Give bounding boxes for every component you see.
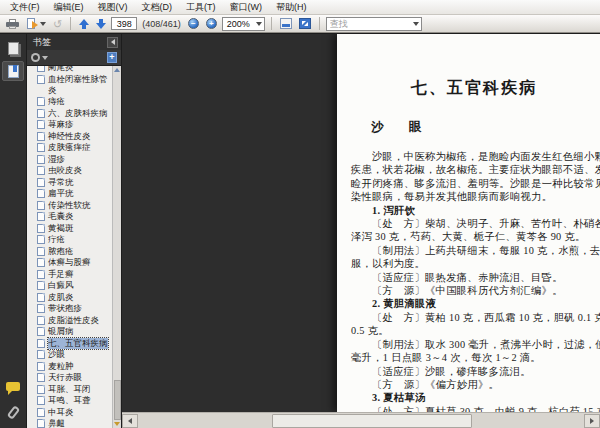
section-heading: 沙 眼 (371, 119, 600, 136)
bookmark-page-icon (37, 304, 45, 313)
zoom-out-button[interactable]: − (186, 16, 201, 31)
bookmark-label: 血栓闭塞性脉管炎 (48, 74, 111, 96)
collapse-panel-button[interactable] (107, 37, 118, 48)
scroll-right-button[interactable] (584, 414, 600, 428)
horizontal-scroll-track[interactable] (138, 414, 584, 428)
fit-width-button[interactable] (278, 16, 294, 31)
bookmark-label: 白癜风 (48, 280, 74, 291)
bookmark-page-icon (37, 270, 45, 279)
bookmark-item[interactable]: 黄褐斑 (27, 223, 112, 234)
bookmark-item[interactable]: 扁平疣 (27, 188, 112, 199)
bookmark-page-icon (37, 120, 45, 129)
bookmark-item[interactable]: 痔疮 (27, 96, 112, 107)
bookmark-item[interactable]: 皮肌炎 (27, 292, 112, 303)
attachments-panel-button[interactable] (2, 402, 24, 422)
bookmark-item[interactable]: 天行赤眼 (27, 372, 112, 383)
bookmark-label: 寻常疣 (48, 177, 74, 188)
bookmark-item[interactable]: 皮脂溢性皮炎 (27, 315, 112, 326)
search-input[interactable] (327, 19, 411, 29)
bookmark-item[interactable]: 七、五官科疾病 (27, 338, 112, 349)
menu-item[interactable]: 视图(V) (91, 0, 135, 14)
scroll-down-icon[interactable] (114, 422, 120, 426)
bookmark-item[interactable]: 虫咬皮炎 (27, 165, 112, 176)
bookmark-item[interactable]: 传染性软疣 (27, 200, 112, 211)
bookmark-item[interactable]: 耳胀、耳闭 (27, 384, 112, 395)
bookmark-item[interactable]: 神经性皮炎 (27, 131, 112, 142)
bookmark-item[interactable]: 体癣与股癣 (27, 257, 112, 268)
bookmark-item[interactable]: 手足癣 (27, 269, 112, 280)
zoom-level-select[interactable]: 200% (222, 17, 265, 31)
text-line: 泽泻 30 克，芍药、大黄、栀子仁、黄芩各 90 克。 (351, 230, 600, 243)
scroll-left-button[interactable] (122, 414, 138, 428)
bookmark-label: 六、皮肤科疾病 (48, 108, 108, 119)
navigation-strip (0, 34, 27, 428)
bookmark-item[interactable]: 阑尾炎 (27, 66, 112, 73)
bookmark-page-icon (37, 258, 45, 267)
undo-button[interactable]: ↺ (51, 16, 64, 31)
horizontal-scrollbar[interactable] (122, 412, 600, 428)
bookmark-options-caret-icon[interactable] (42, 56, 48, 60)
scroll-up-icon[interactable] (114, 68, 120, 72)
bookmark-options-gear-icon[interactable] (31, 53, 40, 62)
text-line: 〔适应症〕眼热发痛、赤肿流泪、目昏。 (351, 271, 600, 284)
menu-item[interactable]: 工具(T) (179, 0, 223, 14)
bookmark-page-icon (37, 97, 45, 106)
bookmark-label: 天行赤眼 (48, 372, 82, 383)
menu-item[interactable]: 编辑(E) (47, 0, 91, 14)
bookmark-page-icon (37, 327, 45, 336)
bookmark-item[interactable]: 带状疱疹 (27, 303, 112, 314)
bookmark-item[interactable]: 白癜风 (27, 280, 112, 291)
text-line: 3. 夏枯草汤 (351, 391, 600, 404)
bookmark-page-icon (37, 373, 45, 382)
fit-page-button[interactable] (297, 16, 313, 31)
bookmark-item[interactable]: 鼻衄 (27, 418, 112, 428)
comments-panel-button[interactable] (2, 376, 24, 396)
export-button[interactable] (24, 16, 48, 31)
fit-width-icon (280, 18, 292, 29)
bookmark-item[interactable]: 六、皮肤科疾病 (27, 108, 112, 119)
menu-item[interactable]: 帮助(H) (269, 0, 314, 14)
text-line: 〔适应症〕沙眼，碜痒眵多流泪。 (351, 365, 600, 378)
bookmarks-panel-button[interactable] (2, 61, 24, 81)
pages-panel-icon (8, 42, 19, 55)
bookmarks-panel-title: 书签 (33, 36, 107, 49)
menu-item[interactable]: 窗口(W) (223, 0, 270, 14)
bookmark-item[interactable]: 湿疹 (27, 154, 112, 165)
bookmark-item[interactable]: 中耳炎 (27, 407, 112, 418)
bookmark-label: 沙眼 (48, 349, 65, 360)
print-button[interactable] (4, 16, 21, 31)
bookmark-item[interactable]: 麦粒肿 (27, 361, 112, 372)
zoom-in-button[interactable]: + (204, 16, 219, 31)
bookmark-item[interactable]: 沙眼 (27, 349, 112, 360)
page-number-input[interactable] (111, 17, 137, 30)
bookmark-item[interactable]: 寻常疣 (27, 177, 112, 188)
bookmark-item[interactable]: 脓疱疮 (27, 246, 112, 257)
menu-item[interactable]: 文件(F) (3, 0, 47, 14)
bookmark-page-icon (37, 247, 45, 256)
bookmarks-scroll-thumb[interactable] (114, 380, 121, 420)
bookmark-item[interactable]: 皮肤瘙痒症 (27, 142, 112, 153)
menu-item[interactable]: 文档(D) (135, 0, 180, 14)
bookmarks-scrollbar[interactable] (112, 66, 121, 428)
pdf-reader-window: 文件(F)编辑(E)视图(V)文档(D)工具(T)窗口(W)帮助(H) ↺ (4… (0, 0, 600, 428)
next-page-button[interactable] (94, 16, 108, 31)
paperclip-icon (6, 405, 20, 420)
bookmark-item[interactable]: 银屑病 (27, 326, 112, 337)
pages-panel-button[interactable] (2, 38, 24, 58)
new-bookmark-icon[interactable]: + (107, 52, 117, 63)
bookmark-item[interactable]: 荨麻疹 (27, 119, 112, 130)
bookmark-label: 脓疱疮 (48, 246, 74, 257)
bookmark-item[interactable]: 耳鸣、耳聋 (27, 395, 112, 406)
bookmark-item[interactable]: 疔疮 (27, 234, 112, 245)
bookmark-label: 皮肤瘙痒症 (48, 142, 91, 153)
bookmark-page-icon (37, 281, 45, 290)
text-line: 0.5 克。 (351, 324, 600, 337)
search-box (326, 17, 422, 31)
horizontal-scroll-thumb[interactable] (272, 414, 473, 428)
bookmark-item[interactable]: 血栓闭塞性脉管炎 (27, 74, 112, 96)
bookmark-item[interactable]: 毛囊炎 (27, 211, 112, 222)
bookmark-label: 中耳炎 (48, 407, 74, 418)
text-line: 服，以利为度。 (351, 257, 600, 270)
bookmark-label: 麦粒肿 (48, 361, 74, 372)
previous-page-button[interactable] (77, 16, 91, 31)
